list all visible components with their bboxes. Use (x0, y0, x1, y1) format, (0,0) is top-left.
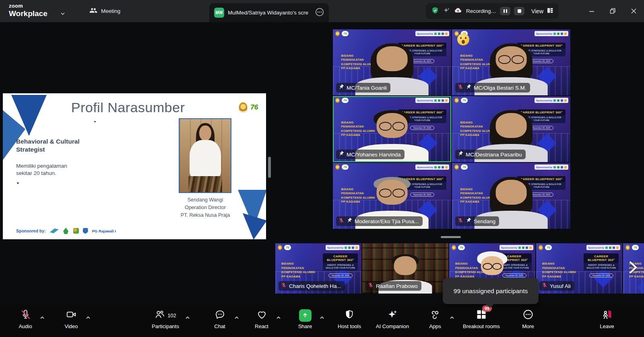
video-tile[interactable]: 76 Sponsored by BIDANG PENINGKATAN KOMPE… (275, 243, 361, 294)
participant-name: Moderator/Eko Tjia Pusa... (355, 218, 419, 224)
ugm-emblem-icon (335, 98, 340, 103)
tab-meeting-label: Meeting (101, 8, 120, 14)
ugm-emblem-icon (625, 245, 630, 250)
career-blueprint-poster: CAREER BLUEPRINT 360° INSIGHT, STRATEGIE… (584, 253, 619, 278)
participant-name-pill: Yusuf Ali (539, 281, 574, 291)
sponsored-by-label: Sponsored by (417, 99, 433, 102)
video-tile[interactable]: 76 Sponsored by BIDANG PENINGKATAN KOMPE… (536, 243, 622, 294)
chat-options-caret[interactable] (234, 314, 239, 321)
window-controls (581, 0, 644, 22)
glasses-icon (378, 189, 405, 195)
stop-recording-button[interactable] (514, 7, 524, 15)
sponsored-by-label: Sponsored by (536, 33, 552, 35)
panel-resize-handle-vertical[interactable] (268, 157, 271, 178)
chat-button[interactable]: Chat (199, 308, 241, 329)
chevron-down-icon[interactable] (60, 10, 65, 17)
people-icon (89, 6, 97, 16)
tab-shared-screen[interactable]: MW MulMed/Satriya Widayanto's scre (209, 3, 329, 22)
participant-name-pill: MC/Destriana Pasaribu (455, 150, 526, 159)
video-tile[interactable]: 76 Sponsored by BIDANG PENINGKATAN KOMPE… (452, 163, 570, 229)
video-grid: 76 Sponsored by BIDANG PENINGKATAN KOMPE… (333, 29, 570, 229)
minimize-button[interactable] (581, 0, 602, 22)
leave-door-icon (601, 308, 613, 322)
participant-name-pill: Sendang (455, 216, 499, 226)
sponsor-logo-icon (50, 228, 59, 233)
video-tile[interactable]: 76 Sponsored by BIDANG PENINGKATAN KOMPE… (452, 29, 570, 95)
close-button[interactable] (623, 0, 644, 22)
view-layout-icon[interactable] (547, 7, 553, 15)
apps-icon (430, 309, 441, 322)
video-button[interactable]: Video (50, 308, 92, 329)
sponsored-by-label: Sponsored by (588, 247, 604, 249)
pin-icon (466, 218, 471, 225)
participant-name: MC/Tania Goanli (347, 85, 387, 91)
video-tile[interactable]: 76 Sponsored by BIDANG PENINGKATAN KOMPE… (452, 96, 570, 162)
muted-mic-icon (339, 218, 344, 225)
audio-button[interactable]: Audio (4, 308, 46, 329)
next-videos-button[interactable] (626, 259, 640, 275)
leave-button[interactable]: Leave (586, 308, 628, 329)
video-options-caret[interactable] (86, 314, 91, 321)
slide-sponsor-row: Sponsored by: PG Rajawali I (16, 228, 116, 234)
restore-button[interactable] (602, 0, 623, 22)
pin-icon (466, 84, 471, 91)
react-label: React (241, 323, 283, 329)
security-shield-icon[interactable] (431, 6, 439, 16)
sponsored-by-label: Sponsored by (536, 166, 552, 168)
ugm-emblem-icon (278, 245, 282, 250)
heart-icon (256, 309, 267, 322)
leave-label: Leave (586, 323, 628, 329)
ai-companion-label: AI Companion (372, 323, 413, 329)
audio-options-caret[interactable] (40, 314, 45, 321)
sparkle-icon[interactable] (443, 7, 450, 16)
dies-natalis-76-logo: 76 (458, 245, 465, 250)
video-tile[interactable]: 76 Sponsored by BIDANG PENINGKATAN KOMPE… (333, 163, 451, 229)
dies-natalis-76-logo: 76 (545, 245, 552, 250)
breakout-rooms-button[interactable]: 99 Breakout rooms (453, 308, 510, 329)
muted-mic-icon (542, 282, 547, 290)
ai-sparkle-icon (387, 309, 398, 322)
participant-name-pill: MC/Olga Bestari S.M. (455, 83, 530, 92)
react-options-caret[interactable] (276, 314, 281, 321)
surprised-face-reaction-icon (457, 33, 469, 45)
muted-mic-icon (458, 218, 463, 225)
participant-name-pill: Charis Qoheleth Ha... (279, 281, 345, 291)
sponsor-strip: Sponsored by (415, 31, 449, 36)
sponsor-strip: Sponsored by (535, 98, 568, 103)
share-label: Share (284, 323, 326, 329)
ugm-emblem-icon (239, 102, 248, 113)
video-tile[interactable]: 76 Sponsored by BIDANG PENINGKATAN KOMPE… (333, 96, 451, 162)
participants-icon (155, 309, 165, 321)
participants-options-caret[interactable] (185, 314, 190, 321)
apps-button[interactable]: Apps (414, 308, 456, 329)
speaker-photo (179, 118, 231, 193)
ai-companion-button[interactable]: AI Companion (372, 308, 413, 329)
slide-decoration-triangle (243, 213, 266, 239)
panel-resize-handle-horizontal[interactable] (441, 236, 461, 238)
tab-meeting[interactable]: Meeting (84, 0, 126, 22)
participants-button[interactable]: 102 Participants (135, 308, 196, 329)
participant-name: Yusuf Ali (550, 283, 571, 289)
recording-cloud-icon (454, 6, 462, 16)
sponsored-by-label: Sponsored by (536, 99, 552, 102)
chat-bubble-icon (215, 309, 225, 322)
host-tools-button[interactable]: Host tools (328, 308, 370, 329)
share-options-caret[interactable] (320, 314, 324, 321)
titlebar: zoom Workplace Meeting MW MulMed/Satriya… (0, 0, 644, 22)
glasses-icon (497, 55, 524, 62)
tab-shared-screen-label: MulMed/Satriya Widayanto's scre (228, 10, 312, 16)
share-button[interactable]: Share (284, 308, 326, 329)
more-button[interactable]: More (507, 308, 549, 329)
sponsor-strip: Sponsored by (535, 164, 568, 170)
sponsor-strip: Sponsored by (586, 245, 620, 250)
video-tile[interactable]: 76 Sponsored by BIDANG PENINGKATAN KOMPE… (333, 29, 451, 95)
breakout-rooms-label: Breakout rooms (453, 323, 510, 329)
participant-name: MC/Yohanes Harvinda (347, 152, 401, 158)
ellipsis-icon[interactable] (315, 8, 324, 18)
pause-recording-button[interactable] (500, 7, 510, 15)
react-button[interactable]: React (241, 308, 283, 329)
sponsored-by-label: Sponsored by: (16, 228, 46, 233)
participant-name: MC/Olga Bestari S.M. (474, 85, 526, 91)
video-tile[interactable]: 76 Sponsored by BIDANG PENINGKATAN KOMPE… (362, 243, 448, 294)
participants-count: 102 (167, 312, 176, 319)
